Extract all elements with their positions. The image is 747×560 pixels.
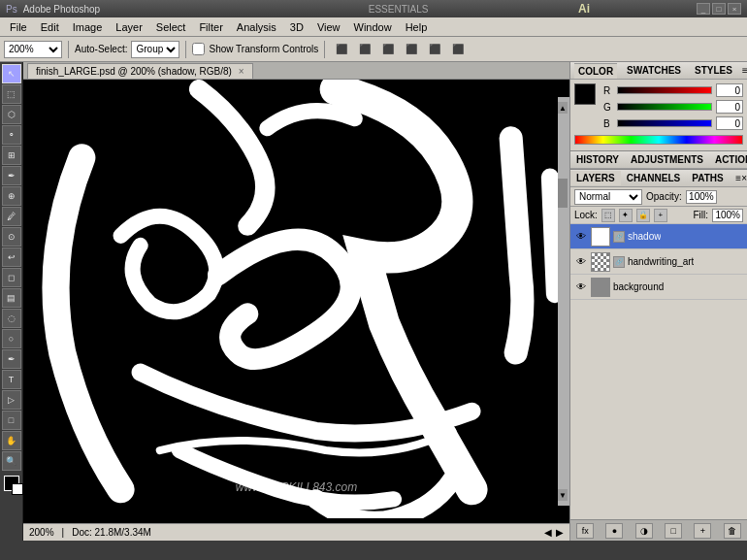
clone-stamp-tool[interactable]: ⊙ (2, 227, 21, 247)
canvas-tab-close[interactable]: × (239, 66, 244, 77)
show-transform-controls-checkbox[interactable] (192, 43, 205, 55)
layer-background[interactable]: 👁 background (570, 275, 747, 300)
menu-view[interactable]: View (311, 19, 346, 35)
delete-layer-button[interactable]: 🗑 (724, 523, 741, 539)
tab-history[interactable]: HISTORY (570, 152, 625, 167)
move-tool[interactable]: ↖ (2, 64, 21, 83)
lasso-tool[interactable]: ⬡ (2, 105, 21, 124)
layers-options-bar: Normal Opacity: (570, 187, 747, 207)
type-tool[interactable]: T (2, 370, 21, 389)
marquee-tool[interactable]: ⬚ (2, 84, 21, 104)
menu-layer[interactable]: Layer (110, 19, 148, 35)
layer-shadow-eye[interactable]: 👁 (574, 230, 588, 244)
menu-analysis[interactable]: Analysis (231, 19, 282, 35)
scroll-thumb[interactable] (558, 179, 568, 208)
tool-select[interactable]: 200% (4, 41, 62, 58)
r-value[interactable] (716, 83, 743, 97)
shape-tool[interactable]: □ (2, 411, 21, 430)
tab-color[interactable]: COLOR (574, 63, 617, 79)
add-mask-button[interactable]: ● (605, 523, 623, 539)
blur-tool[interactable]: ◌ (2, 309, 21, 328)
tab-layers[interactable]: LAYERS (570, 171, 621, 185)
align-right-button[interactable]: ⬛ (377, 41, 399, 57)
layer-shadow-link[interactable]: 🔗 (613, 231, 625, 243)
b-label: B (603, 118, 613, 129)
hand-tool[interactable]: ✋ (2, 431, 21, 450)
layer-shadow[interactable]: 👁 🔗 shadow (570, 224, 747, 249)
lock-pixel-button[interactable]: ✦ (619, 209, 633, 222)
tab-styles[interactable]: STYLES (691, 63, 736, 78)
lock-extra-button[interactable]: + (654, 209, 667, 222)
menu-window[interactable]: Window (348, 19, 398, 35)
ai-maximize-button[interactable]: □ (712, 3, 726, 15)
layers-panel-close[interactable]: × (741, 173, 747, 183)
tab-swatches[interactable]: SWATCHES (623, 63, 685, 78)
align-top-button[interactable]: ⬛ (401, 41, 422, 57)
eraser-tool[interactable]: ◻ (2, 268, 21, 287)
canvas-tab-item[interactable]: finish_LARGE.psd @ 200% (shadow, RGB/8) … (27, 63, 253, 79)
scroll-up-button[interactable]: ▲ (558, 102, 568, 114)
opacity-input[interactable] (686, 190, 717, 204)
ai-minimize-button[interactable]: _ (697, 3, 710, 15)
blend-mode-select[interactable]: Normal (574, 189, 642, 205)
foreground-color[interactable] (4, 476, 19, 491)
scroll-down-button[interactable]: ▼ (558, 489, 568, 501)
pen-tool[interactable]: ✒ (2, 349, 21, 369)
menu-file[interactable]: File (4, 19, 33, 35)
quick-select-tool[interactable]: ⚬ (2, 125, 21, 145)
auto-select-dropdown[interactable]: Group (131, 41, 179, 58)
new-group-button[interactable]: □ (665, 523, 682, 539)
tab-paths[interactable]: PATHS (686, 171, 729, 185)
crop-tool[interactable]: ⊞ (2, 146, 21, 165)
g-value[interactable] (716, 100, 743, 114)
status-next-button[interactable]: ▶ (556, 527, 564, 538)
align-left-button[interactable]: ⬛ (331, 41, 352, 57)
menu-3d[interactable]: 3D (284, 19, 309, 35)
add-style-button[interactable]: fx (576, 523, 594, 539)
status-prev-button[interactable]: ◀ (544, 527, 552, 538)
tab-adjustments[interactable]: ADJUSTMENTS (625, 152, 709, 167)
canvas-viewport[interactable]: + www.NOSKILL843.com ▲ ▼ (23, 80, 569, 523)
path-tool[interactable]: ▷ (2, 390, 21, 410)
color-panel: COLOR SWATCHES STYLES ≡ × R (570, 62, 747, 151)
brush-tool[interactable]: 🖉 (2, 207, 21, 226)
zoom-tool[interactable]: 🔍 (2, 451, 21, 471)
layer-background-eye[interactable]: 👁 (574, 280, 588, 294)
color-panel-options[interactable]: ≡ (742, 65, 747, 76)
layer-handwriting-eye[interactable]: 👁 (574, 255, 588, 269)
align-middle-button[interactable]: ⬛ (424, 41, 445, 57)
background-color[interactable] (12, 483, 23, 495)
lock-all-button[interactable]: 🔒 (636, 209, 650, 222)
layer-handwriting-link[interactable]: 🔗 (613, 256, 625, 268)
foreground-swatch[interactable] (574, 83, 596, 105)
menu-select[interactable]: Select (150, 19, 192, 35)
healing-brush-tool[interactable]: ⊕ (2, 186, 21, 206)
g-slider[interactable] (617, 103, 712, 111)
menu-filter[interactable]: Filter (193, 19, 228, 35)
canvas-scrollbar-right[interactable]: ▲ ▼ (558, 97, 569, 506)
tab-actions[interactable]: ACTIONS (709, 152, 747, 167)
fill-input[interactable] (712, 209, 743, 222)
history-brush-tool[interactable]: ↩ (2, 247, 21, 267)
align-center-button[interactable]: ⬛ (354, 41, 375, 57)
color-g-row: G (603, 100, 743, 114)
eyedropper-tool[interactable]: ✒ (2, 166, 21, 185)
b-value[interactable] (716, 116, 743, 130)
new-adjustment-button[interactable]: ◑ (635, 523, 653, 539)
layer-handwriting-thumb (591, 252, 610, 272)
r-slider[interactable] (617, 86, 712, 94)
menu-edit[interactable]: Edit (35, 19, 65, 35)
tab-channels[interactable]: CHANNELS (621, 171, 687, 185)
dodge-tool[interactable]: ○ (2, 329, 21, 348)
b-slider[interactable] (617, 119, 712, 127)
align-bottom-button[interactable]: ⬛ (447, 41, 469, 57)
menu-help[interactable]: Help (400, 19, 434, 35)
new-layer-button[interactable]: + (694, 523, 711, 539)
color-panel-header: COLOR SWATCHES STYLES ≡ × (570, 62, 747, 80)
ai-close-button[interactable]: × (728, 3, 741, 15)
lock-position-button[interactable]: ⬚ (601, 209, 615, 222)
spectrum-bar[interactable] (574, 135, 743, 145)
gradient-tool[interactable]: ▤ (2, 288, 21, 308)
menu-image[interactable]: Image (67, 19, 109, 35)
layer-handwriting-art[interactable]: 👁 🔗 handwriting_art (570, 249, 747, 275)
